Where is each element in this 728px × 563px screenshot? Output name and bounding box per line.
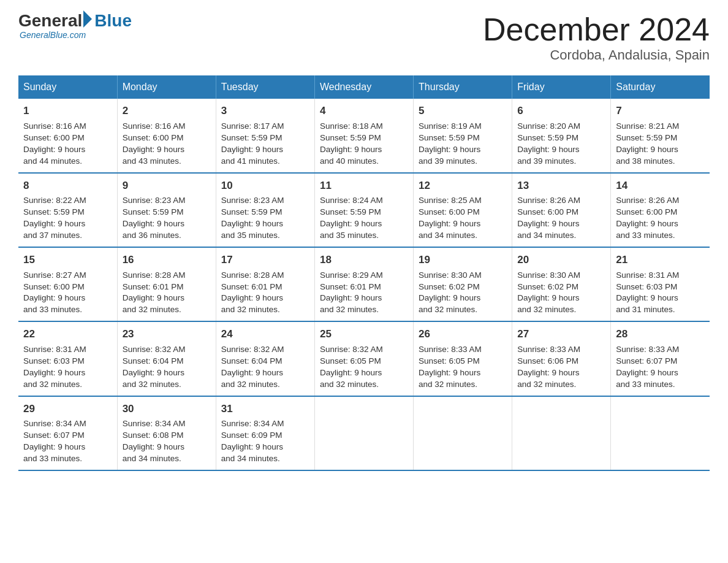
- day-info: Sunrise: 8:30 AM Sunset: 6:02 PM Dayligh…: [517, 270, 605, 316]
- day-info: Sunrise: 8:28 AM Sunset: 6:01 PM Dayligh…: [221, 270, 309, 316]
- calendar-cell: 23Sunrise: 8:32 AM Sunset: 6:04 PM Dayli…: [117, 321, 216, 396]
- calendar-cell: 9Sunrise: 8:23 AM Sunset: 5:59 PM Daylig…: [117, 173, 216, 247]
- calendar-cell: 29Sunrise: 8:34 AM Sunset: 6:07 PM Dayli…: [18, 396, 117, 470]
- day-number: 7: [616, 104, 705, 118]
- day-number: 30: [123, 402, 211, 416]
- calendar-cell: 19Sunrise: 8:30 AM Sunset: 6:02 PM Dayli…: [414, 247, 512, 321]
- header-cell-wednesday: Wednesday: [314, 75, 413, 99]
- day-number: 4: [320, 104, 408, 118]
- day-number: 2: [123, 104, 211, 118]
- day-number: 15: [23, 253, 112, 267]
- day-info: Sunrise: 8:26 AM Sunset: 6:00 PM Dayligh…: [616, 195, 705, 242]
- calendar-cell: 3Sunrise: 8:17 AM Sunset: 5:59 PM Daylig…: [216, 99, 314, 172]
- calendar-cell: 10Sunrise: 8:23 AM Sunset: 5:59 PM Dayli…: [216, 173, 314, 247]
- page-subtitle: Cordoba, Andalusia, Spain: [483, 47, 710, 63]
- day-info: Sunrise: 8:33 AM Sunset: 6:05 PM Dayligh…: [419, 344, 507, 391]
- calendar-cell: 8Sunrise: 8:22 AM Sunset: 5:59 PM Daylig…: [18, 173, 117, 247]
- header-cell-saturday: Saturday: [611, 75, 710, 99]
- calendar-cell: [512, 396, 611, 470]
- day-number: 27: [517, 327, 605, 342]
- day-info: Sunrise: 8:24 AM Sunset: 5:59 PM Dayligh…: [320, 195, 408, 242]
- day-number: 25: [320, 327, 408, 342]
- calendar-cell: 16Sunrise: 8:28 AM Sunset: 6:01 PM Dayli…: [117, 247, 216, 321]
- day-number: 14: [616, 178, 705, 193]
- day-info: Sunrise: 8:23 AM Sunset: 5:59 PM Dayligh…: [221, 195, 309, 242]
- calendar-cell: 31Sunrise: 8:34 AM Sunset: 6:09 PM Dayli…: [216, 396, 314, 470]
- day-number: 9: [123, 178, 211, 193]
- day-info: Sunrise: 8:32 AM Sunset: 6:05 PM Dayligh…: [320, 344, 408, 391]
- day-info: Sunrise: 8:32 AM Sunset: 6:04 PM Dayligh…: [123, 344, 211, 391]
- day-info: Sunrise: 8:19 AM Sunset: 5:59 PM Dayligh…: [419, 121, 507, 167]
- header-cell-thursday: Thursday: [414, 75, 512, 99]
- day-number: 17: [221, 253, 309, 267]
- day-info: Sunrise: 8:33 AM Sunset: 6:06 PM Dayligh…: [517, 344, 605, 391]
- calendar-week-row: 15Sunrise: 8:27 AM Sunset: 6:00 PM Dayli…: [18, 247, 710, 321]
- logo-subtitle: GeneralBlue.com: [20, 31, 86, 39]
- calendar-cell: 11Sunrise: 8:24 AM Sunset: 5:59 PM Dayli…: [314, 173, 413, 247]
- day-info: Sunrise: 8:33 AM Sunset: 6:07 PM Dayligh…: [616, 344, 705, 391]
- day-info: Sunrise: 8:23 AM Sunset: 5:59 PM Dayligh…: [123, 195, 211, 242]
- calendar-cell: 24Sunrise: 8:32 AM Sunset: 6:04 PM Dayli…: [216, 321, 314, 396]
- day-number: 16: [123, 253, 211, 267]
- page-header: General Blue GeneralBlue.com December 20…: [18, 12, 710, 63]
- logo-arrow-icon: [83, 10, 92, 28]
- title-block: December 2024 Cordoba, Andalusia, Spain: [483, 12, 710, 63]
- calendar-table: SundayMondayTuesdayWednesdayThursdayFrid…: [18, 75, 710, 471]
- calendar-cell: 18Sunrise: 8:29 AM Sunset: 6:01 PM Dayli…: [314, 247, 413, 321]
- day-info: Sunrise: 8:34 AM Sunset: 6:09 PM Dayligh…: [221, 418, 309, 465]
- header-cell-friday: Friday: [512, 75, 611, 99]
- calendar-week-row: 8Sunrise: 8:22 AM Sunset: 5:59 PM Daylig…: [18, 173, 710, 247]
- calendar-cell: 13Sunrise: 8:26 AM Sunset: 6:00 PM Dayli…: [512, 173, 611, 247]
- day-number: 21: [616, 253, 705, 267]
- calendar-week-row: 29Sunrise: 8:34 AM Sunset: 6:07 PM Dayli…: [18, 396, 710, 470]
- header-cell-sunday: Sunday: [18, 75, 117, 99]
- day-number: 23: [123, 327, 211, 342]
- calendar-cell: 14Sunrise: 8:26 AM Sunset: 6:00 PM Dayli…: [611, 173, 710, 247]
- day-info: Sunrise: 8:26 AM Sunset: 6:00 PM Dayligh…: [517, 195, 605, 242]
- calendar-cell: 15Sunrise: 8:27 AM Sunset: 6:00 PM Dayli…: [18, 247, 117, 321]
- day-number: 6: [517, 104, 605, 118]
- calendar-cell: 22Sunrise: 8:31 AM Sunset: 6:03 PM Dayli…: [18, 321, 117, 396]
- calendar-cell: 6Sunrise: 8:20 AM Sunset: 5:59 PM Daylig…: [512, 99, 611, 172]
- day-number: 24: [221, 327, 309, 342]
- day-info: Sunrise: 8:17 AM Sunset: 5:59 PM Dayligh…: [221, 121, 309, 167]
- page-title: December 2024: [483, 12, 710, 47]
- day-number: 19: [419, 253, 507, 267]
- calendar-cell: 20Sunrise: 8:30 AM Sunset: 6:02 PM Dayli…: [512, 247, 611, 321]
- calendar-cell: 21Sunrise: 8:31 AM Sunset: 6:03 PM Dayli…: [611, 247, 710, 321]
- calendar-week-row: 1Sunrise: 8:16 AM Sunset: 6:00 PM Daylig…: [18, 99, 710, 172]
- calendar-cell: [414, 396, 512, 470]
- day-number: 26: [419, 327, 507, 342]
- day-info: Sunrise: 8:22 AM Sunset: 5:59 PM Dayligh…: [23, 195, 112, 242]
- day-number: 8: [23, 178, 112, 193]
- calendar-cell: [314, 396, 413, 470]
- day-info: Sunrise: 8:18 AM Sunset: 5:59 PM Dayligh…: [320, 121, 408, 167]
- calendar-cell: 28Sunrise: 8:33 AM Sunset: 6:07 PM Dayli…: [611, 321, 710, 396]
- day-info: Sunrise: 8:31 AM Sunset: 6:03 PM Dayligh…: [23, 344, 112, 391]
- day-info: Sunrise: 8:29 AM Sunset: 6:01 PM Dayligh…: [320, 270, 408, 316]
- day-info: Sunrise: 8:34 AM Sunset: 6:07 PM Dayligh…: [23, 418, 112, 465]
- day-info: Sunrise: 8:25 AM Sunset: 6:00 PM Dayligh…: [419, 195, 507, 242]
- day-number: 3: [221, 104, 309, 118]
- day-info: Sunrise: 8:28 AM Sunset: 6:01 PM Dayligh…: [123, 270, 211, 316]
- day-number: 13: [517, 178, 605, 193]
- calendar-cell: 12Sunrise: 8:25 AM Sunset: 6:00 PM Dayli…: [414, 173, 512, 247]
- day-number: 10: [221, 178, 309, 193]
- day-info: Sunrise: 8:34 AM Sunset: 6:08 PM Dayligh…: [123, 418, 211, 465]
- header-cell-monday: Monday: [117, 75, 216, 99]
- calendar-body: 1Sunrise: 8:16 AM Sunset: 6:00 PM Daylig…: [18, 99, 710, 470]
- calendar-cell: 1Sunrise: 8:16 AM Sunset: 6:00 PM Daylig…: [18, 99, 117, 172]
- calendar-week-row: 22Sunrise: 8:31 AM Sunset: 6:03 PM Dayli…: [18, 321, 710, 396]
- day-number: 22: [23, 327, 112, 342]
- logo: General Blue GeneralBlue.com: [18, 12, 132, 39]
- calendar-cell: 5Sunrise: 8:19 AM Sunset: 5:59 PM Daylig…: [414, 99, 512, 172]
- calendar-cell: 4Sunrise: 8:18 AM Sunset: 5:59 PM Daylig…: [314, 99, 413, 172]
- header-cell-tuesday: Tuesday: [216, 75, 314, 99]
- calendar-cell: 17Sunrise: 8:28 AM Sunset: 6:01 PM Dayli…: [216, 247, 314, 321]
- day-info: Sunrise: 8:16 AM Sunset: 6:00 PM Dayligh…: [123, 121, 211, 167]
- calendar-cell: [611, 396, 710, 470]
- calendar-cell: 7Sunrise: 8:21 AM Sunset: 5:59 PM Daylig…: [611, 99, 710, 172]
- header-row: SundayMondayTuesdayWednesdayThursdayFrid…: [18, 75, 710, 99]
- day-number: 28: [616, 327, 705, 342]
- day-info: Sunrise: 8:20 AM Sunset: 5:59 PM Dayligh…: [517, 121, 605, 167]
